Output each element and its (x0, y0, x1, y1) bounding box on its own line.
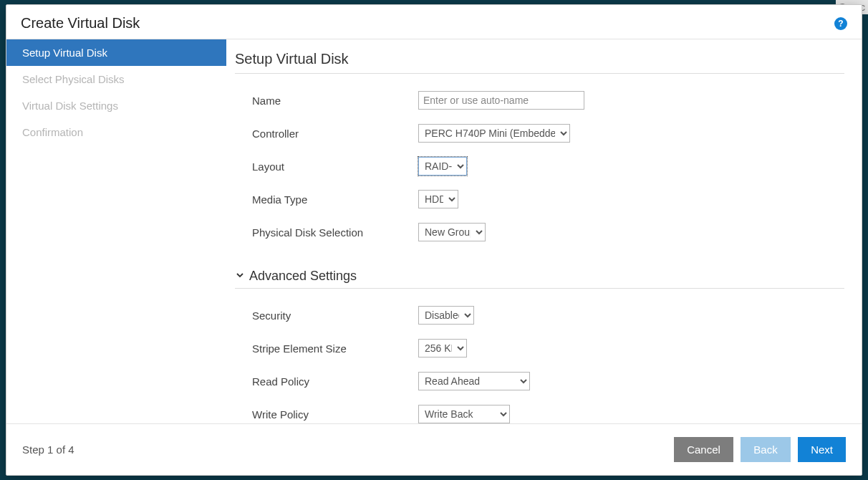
label-read-policy: Read Policy (252, 375, 418, 388)
controller-select[interactable]: PERC H740P Mini (Embedded) (418, 124, 570, 143)
row-physical-disk-selection: Physical Disk Selection New Group (235, 223, 844, 241)
step-indicator: Step 1 of 4 (22, 443, 74, 456)
row-read-policy: Read Policy Read Ahead (235, 372, 844, 390)
sidebar-item-label: Select Physical Disks (22, 73, 125, 85)
advanced-settings-toggle[interactable]: Advanced Settings (235, 269, 844, 289)
sidebar-item-setup-virtual-disk[interactable]: Setup Virtual Disk (6, 39, 226, 66)
label-controller: Controller (252, 128, 418, 140)
row-media-type: Media Type HDD (235, 190, 844, 208)
sidebar-item-label: Virtual Disk Settings (22, 100, 118, 112)
main-panel[interactable]: Setup Virtual Disk Name Controller PERC … (226, 39, 862, 423)
sidebar-item-confirmation[interactable]: Confirmation (6, 119, 226, 145)
label-layout: Layout (252, 160, 418, 173)
modal-title: Create Virtual Disk (21, 15, 140, 32)
modal-footer: Step 1 of 4 Cancel Back Next (6, 423, 862, 475)
sidebar-item-virtual-disk-settings[interactable]: Virtual Disk Settings (6, 92, 226, 119)
help-icon[interactable]: ? (834, 17, 847, 30)
next-button[interactable]: Next (798, 437, 846, 462)
cancel-button[interactable]: Cancel (674, 437, 733, 462)
modal-header: Create Virtual Disk ? (6, 5, 862, 39)
wizard-sidebar: Setup Virtual Disk Select Physical Disks… (6, 39, 226, 423)
row-layout: Layout RAID-1 (235, 157, 844, 176)
section-title: Setup Virtual Disk (235, 51, 844, 74)
row-write-policy: Write Policy Write Back (235, 405, 844, 423)
sidebar-item-label: Confirmation (22, 126, 83, 138)
sidebar-item-select-physical-disks[interactable]: Select Physical Disks (6, 66, 226, 92)
create-virtual-disk-modal: Create Virtual Disk ? Setup Virtual Disk… (6, 4, 862, 476)
security-select[interactable]: Disabled (418, 306, 474, 325)
advanced-settings-title: Advanced Settings (249, 269, 357, 284)
write-policy-select[interactable]: Write Back (418, 405, 510, 423)
label-stripe: Stripe Element Size (252, 342, 418, 355)
label-physical-disk-selection: Physical Disk Selection (252, 226, 418, 239)
row-security: Security Disabled (235, 306, 844, 325)
footer-buttons: Cancel Back Next (670, 437, 846, 462)
sidebar-item-label: Setup Virtual Disk (22, 47, 107, 59)
label-security: Security (252, 309, 418, 322)
label-media-type: Media Type (252, 193, 418, 206)
media-type-select[interactable]: HDD (418, 190, 458, 208)
read-policy-select[interactable]: Read Ahead (418, 372, 530, 390)
label-name: Name (252, 95, 418, 107)
row-stripe: Stripe Element Size 256 KB (235, 339, 844, 357)
label-write-policy: Write Policy (252, 408, 418, 421)
row-name: Name (235, 91, 844, 110)
layout-select[interactable]: RAID-1 (418, 157, 467, 176)
physical-disk-selection-select[interactable]: New Group (418, 223, 486, 241)
chevron-down-icon (235, 269, 245, 284)
back-button[interactable]: Back (741, 437, 790, 462)
name-input[interactable] (418, 91, 584, 110)
row-controller: Controller PERC H740P Mini (Embedded) (235, 124, 844, 143)
modal-body: Setup Virtual Disk Select Physical Disks… (6, 39, 862, 423)
stripe-select[interactable]: 256 KB (418, 339, 467, 357)
